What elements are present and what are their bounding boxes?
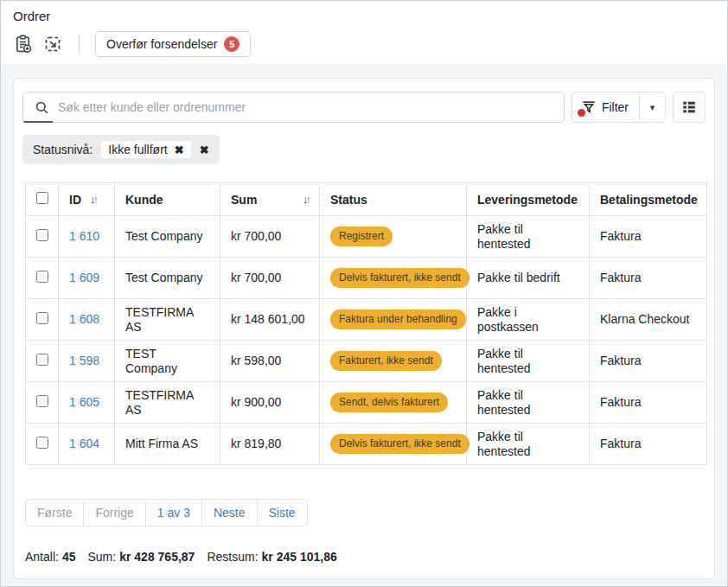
levering-cell: Pakke til hentested — [467, 424, 590, 465]
search-input[interactable] — [58, 93, 564, 122]
order-id-link[interactable]: 1 598 — [69, 354, 99, 367]
status-badge: Delvis fakturert, ikke sendt — [330, 434, 469, 453]
kunde-cell: TESTFIRMA AS — [115, 382, 220, 424]
status-filter-label: Statusnivå: — [33, 143, 93, 156]
status-filter-value: Ikke fullført — [108, 143, 167, 156]
transfer-export-button[interactable] — [42, 34, 63, 54]
orders-card: Filter ▾ Statusnivå: — [13, 78, 715, 579]
main-area: Filter ▾ Statusnivå: — [1, 64, 727, 586]
status-badge: Delvis fakturert, ikke sendt — [330, 268, 469, 287]
filter-dropdown-button[interactable]: ▾ — [640, 92, 666, 123]
row-checkbox[interactable] — [36, 312, 48, 324]
row-checkbox[interactable] — [36, 437, 48, 449]
pagination-next-button[interactable]: Neste — [201, 499, 258, 526]
betaling-cell: Faktura — [590, 382, 707, 424]
table-row: 1 605 TESTFIRMA AS kr 900,00 Sendt, delv… — [26, 382, 707, 424]
pagination: Første Forrige 1 av 3 Neste Siste — [25, 499, 308, 526]
order-id-link[interactable]: 1 609 — [69, 271, 99, 284]
clipboard-add-icon — [13, 34, 34, 54]
filter-active-dot — [578, 109, 585, 117]
betaling-cell: Klarna Checkout — [590, 299, 707, 341]
filter-button-group: Filter ▾ — [572, 92, 666, 123]
page-header: Ordrer — [1, 1, 727, 64]
pagination-current-button[interactable]: 1 av 3 — [145, 499, 202, 526]
status-filter-chip: Statusnivå: Ikke fullført ✖ ✖ — [22, 135, 220, 164]
filter-button-label: Filter — [602, 100, 629, 114]
sort-id-icon[interactable]: ↓↑ — [90, 193, 96, 206]
pagination-first-button[interactable]: Første — [25, 499, 84, 526]
col-header-sum: Sum — [231, 193, 257, 207]
status-badge: Sendt, delvis fakturert — [330, 392, 448, 412]
orders-table: ID ↓↑ Kunde Sum ↓↑ Status Leveringsmetod… — [25, 182, 707, 465]
col-header-levering: Leveringsmetode — [477, 193, 578, 207]
betaling-cell: Faktura — [590, 341, 707, 382]
sum-cell: kr 900,00 — [220, 382, 320, 424]
sum-cell: kr 598,00 — [220, 341, 320, 382]
betaling-cell: Faktura — [590, 424, 707, 465]
status-filter-value-chip: Ikke fullført ✖ — [101, 141, 190, 158]
summary-antall: Antall:45 — [25, 550, 76, 564]
levering-cell: Pakke til hentested — [467, 341, 590, 382]
select-all-checkbox[interactable] — [36, 192, 48, 204]
kunde-cell: Test Company — [115, 216, 220, 258]
search-field-wrap — [22, 92, 565, 123]
toolbar-divider — [79, 35, 80, 54]
sum-cell: kr 819,80 — [220, 424, 320, 465]
order-id-link[interactable]: 1 604 — [69, 437, 99, 450]
transfer-shipments-button[interactable]: Overfør forsendelser 5 — [95, 31, 251, 57]
col-header-kunde: Kunde — [125, 193, 163, 207]
chevron-down-icon: ▾ — [650, 102, 655, 113]
levering-cell: Pakke til hentested — [467, 382, 590, 424]
search-underline — [23, 121, 53, 123]
table-header-row: ID ↓↑ Kunde Sum ↓↑ Status Leveringsmetod… — [26, 183, 707, 216]
row-checkbox[interactable] — [36, 271, 48, 283]
betaling-cell: Faktura — [590, 216, 707, 258]
order-id-link[interactable]: 1 610 — [69, 229, 99, 243]
row-checkbox[interactable] — [36, 354, 48, 366]
list-view-icon — [681, 99, 697, 115]
sum-cell: kr 700,00 — [220, 258, 320, 299]
row-checkbox[interactable] — [36, 395, 48, 407]
export-arrow-icon — [42, 34, 63, 54]
kunde-cell: Test Company — [115, 258, 220, 299]
toolbar: Overfør forsendelser 5 — [13, 31, 715, 57]
kunde-cell: Mitt Firma AS — [115, 424, 220, 465]
search-icon — [35, 100, 49, 115]
status-badge: Registrert — [330, 227, 393, 246]
col-header-status: Status — [330, 193, 367, 207]
levering-cell: Pakke til hentested — [467, 216, 590, 258]
summary-sum: Sum:kr 428 765,87 — [88, 550, 195, 564]
sum-cell: kr 148 601,00 — [220, 299, 320, 341]
pagination-prev-button[interactable]: Forrige — [83, 499, 145, 526]
summary-bar: Antall:45 Sum:kr 428 765,87 Restsum:kr 2… — [25, 550, 706, 564]
betaling-cell: Faktura — [590, 258, 707, 299]
levering-cell: Pakke til bedrift — [467, 258, 590, 299]
active-filters-row: Statusnivå: Ikke fullført ✖ ✖ — [22, 135, 706, 164]
kunde-cell: TEST Company — [115, 341, 220, 382]
filter-button[interactable]: Filter — [572, 92, 640, 123]
order-id-link[interactable]: 1 605 — [69, 395, 99, 409]
shipment-count-badge: 5 — [224, 36, 239, 52]
sum-cell: kr 700,00 — [220, 216, 320, 258]
summary-restsum: Restsum:kr 245 101,86 — [207, 550, 336, 564]
status-badge: Fakturert, ikke sendt — [330, 351, 442, 370]
remove-status-filter-icon[interactable]: ✖ — [175, 144, 184, 156]
summary-antall-value: 45 — [62, 550, 76, 564]
row-checkbox[interactable] — [36, 229, 48, 241]
kunde-cell: TESTFIRMA AS — [115, 299, 220, 341]
pagination-last-button[interactable]: Siste — [257, 499, 308, 526]
transfer-shipments-label: Overfør forsendelser — [106, 37, 217, 51]
clear-all-filters-icon[interactable]: ✖ — [200, 144, 209, 156]
summary-restsum-value: kr 245 101,86 — [262, 550, 337, 564]
levering-cell: Pakke i postkassen — [467, 299, 590, 341]
status-badge: Faktura under behandling — [330, 309, 466, 329]
sort-sum-icon[interactable]: ↓↑ — [303, 193, 309, 206]
view-list-button[interactable] — [673, 92, 706, 123]
table-row: 1 598 TEST Company kr 598,00 Fakturert, … — [26, 341, 707, 382]
table-row: 1 609 Test Company kr 700,00 Delvis fakt… — [26, 258, 707, 299]
summary-sum-value: kr 428 765,87 — [119, 550, 195, 564]
order-id-link[interactable]: 1 608 — [69, 312, 99, 326]
clipboard-add-button[interactable] — [13, 34, 34, 54]
search-row: Filter ▾ — [22, 92, 706, 123]
table-row: 1 608 TESTFIRMA AS kr 148 601,00 Faktura… — [26, 299, 707, 341]
